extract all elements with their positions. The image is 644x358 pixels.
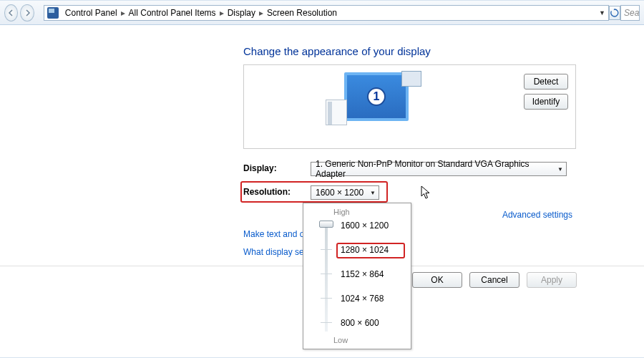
highlight-annotation [240,181,388,203]
detect-button[interactable]: Detect [524,74,568,90]
resolution-option[interactable]: 1024 × 768 [341,294,384,304]
dropdown-icon[interactable]: ▼ [599,9,605,16]
display-label: Display: [243,163,277,173]
cursor-icon [421,185,431,200]
ok-button[interactable]: OK [412,272,462,288]
monitor-number-badge: 1 [367,87,386,106]
chevron-down-icon: ▼ [557,166,563,173]
slider-tick [321,274,332,274]
display-select[interactable]: 1. Generic Non-PnP Monitor on Standard V… [311,162,567,176]
advanced-settings-link[interactable]: Advanced settings [502,210,572,220]
chevron-right-icon: ▸ [218,8,225,18]
control-panel-icon [47,7,59,19]
resolution-option[interactable]: 1600 × 1200 [341,221,389,231]
window-decoration-icon [326,100,347,125]
slider-tick [321,298,332,299]
cancel-button[interactable]: Cancel [469,272,519,288]
slider-tick [321,249,332,250]
identify-button[interactable]: Identify [524,94,568,110]
slider-high-label: High [333,208,350,216]
resolution-slider-track[interactable] [325,222,328,332]
breadcrumb-item[interactable]: Control Panel [63,8,119,18]
resolution-option[interactable]: 800 × 600 [341,318,379,328]
forward-button[interactable] [20,4,34,21]
resolution-option[interactable]: 1152 × 864 [341,269,384,279]
display-select-value: 1. Generic Non-PnP Monitor on Standard V… [316,159,553,179]
search-placeholder: Sea [624,8,639,18]
window-decoration-icon [401,71,421,87]
apply-button[interactable]: Apply [527,272,577,288]
highlight-annotation [336,243,405,258]
chevron-right-icon: ▸ [119,8,127,18]
slider-tick [321,322,332,323]
breadcrumb-bar[interactable]: Control Panel▸ All Control Panel Items▸ … [44,5,609,21]
resolution-slider-thumb[interactable] [319,221,333,228]
chevron-right-icon: ▸ [258,8,265,18]
monitor-thumbnail[interactable]: 1 [344,72,409,121]
breadcrumb-item[interactable]: Display [225,8,258,18]
page-title: Change the appearance of your display [243,45,431,57]
refresh-button[interactable] [609,6,620,20]
slider-low-label: Low [333,336,348,344]
resolution-popup: High Low 1600 × 1200 1280 × 1024 1152 × … [303,203,411,349]
content-pane: Change the appearance of your display 1 … [0,25,644,357]
search-input[interactable]: Sea [620,5,640,21]
breadcrumb-item[interactable]: All Control Panel Items [127,8,218,18]
display-preview: 1 Detect Identify [243,64,576,149]
breadcrumb-item[interactable]: Screen Resolution [265,8,339,18]
back-button[interactable] [4,4,18,21]
navigation-bar: Control Panel▸ All Control Panel Items▸ … [0,1,644,25]
